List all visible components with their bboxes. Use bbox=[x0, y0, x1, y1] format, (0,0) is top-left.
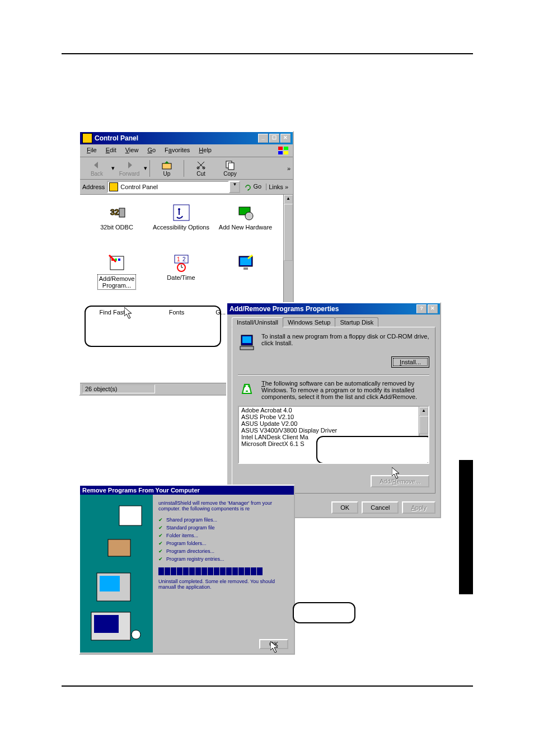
address-value: Control Panel bbox=[120, 184, 158, 190]
menu-go[interactable]: Go bbox=[143, 145, 160, 156]
remove-text: The following software can be automatica… bbox=[261, 380, 429, 400]
install-button[interactable]: Install... bbox=[391, 356, 429, 368]
cp-item-datetime[interactable]: 12 Date/Time bbox=[149, 250, 213, 300]
list-item[interactable]: ASUS Probe V2.10 bbox=[239, 414, 428, 420]
unin-item: Program folders... bbox=[158, 539, 288, 547]
cp-item-partial[interactable]: G... bbox=[209, 309, 226, 359]
titlebar[interactable]: Control Panel _ ☐ ✕ bbox=[80, 132, 293, 144]
address-field[interactable]: Control Panel bbox=[107, 181, 229, 193]
cp-item-add-hardware[interactable]: Add New Hardware bbox=[213, 199, 278, 250]
unin-item: Folder items... bbox=[158, 532, 288, 539]
up-button[interactable]: Up bbox=[152, 158, 181, 178]
window-title: Control Panel bbox=[95, 134, 257, 142]
cut-label: Cut bbox=[196, 171, 205, 177]
menu-favorites[interactable]: Favorites bbox=[160, 145, 194, 156]
svg-text:1: 1 bbox=[177, 256, 180, 262]
cp-item-add-remove-programs[interactable]: Add/RemoveProgram... bbox=[85, 250, 149, 300]
cp-item-fonts[interactable]: Fonts bbox=[144, 309, 209, 359]
close-button[interactable]: ✕ bbox=[280, 134, 291, 143]
forward-icon bbox=[124, 159, 135, 171]
annotation-hole-2 bbox=[316, 436, 429, 464]
tab-content: To install a new program from a floppy d… bbox=[232, 327, 435, 494]
cp-item-odbc[interactable]: 32 32bit ODBC bbox=[85, 199, 149, 250]
progress-bar bbox=[158, 567, 288, 575]
toolbar-separator bbox=[149, 160, 150, 177]
list-item[interactable]: ASUS Update V2.00 bbox=[239, 420, 428, 427]
uninstall-dialog: Remove Programs From Your Computer unIns… bbox=[79, 485, 295, 655]
install-text: To install a new program from a floppy d… bbox=[261, 333, 429, 351]
svg-rect-1 bbox=[284, 147, 288, 150]
unin-item: Program directories... bbox=[158, 547, 288, 555]
ok-button[interactable]: OK bbox=[331, 501, 358, 514]
unin-item: Shared program files... bbox=[158, 516, 288, 524]
list-item[interactable]: ASUS V3400/V3800 Display Driver bbox=[239, 427, 428, 434]
scroll-up-button[interactable]: ▲ bbox=[284, 195, 293, 204]
go-icon bbox=[245, 184, 251, 191]
black-tab-marker bbox=[459, 460, 473, 594]
copy-icon bbox=[224, 159, 236, 171]
menu-view[interactable]: View bbox=[121, 145, 143, 156]
svg-rect-27 bbox=[242, 336, 251, 343]
menu-help[interactable]: Help bbox=[194, 145, 216, 156]
programs-listbox[interactable]: Adobe Acrobat 4.0 ASUS Probe V2.10 ASUS … bbox=[238, 406, 429, 464]
scroll-thumb[interactable] bbox=[284, 204, 293, 261]
menubar: File Edit View Go Favorites Help bbox=[80, 144, 293, 157]
recycle-icon bbox=[238, 380, 256, 398]
odbc-icon: 32 bbox=[108, 204, 126, 222]
uninstall-graphic bbox=[80, 495, 153, 652]
scissors-icon bbox=[195, 159, 207, 171]
menu-file[interactable]: File bbox=[82, 145, 101, 156]
svg-rect-24 bbox=[240, 257, 251, 265]
maximize-button[interactable]: ☐ bbox=[269, 134, 279, 143]
go-button[interactable]: Go bbox=[242, 183, 264, 190]
help-button[interactable]: ? bbox=[416, 304, 427, 313]
hardware-icon bbox=[237, 204, 255, 222]
unin-item: Standard program file bbox=[158, 524, 288, 532]
list-item[interactable]: Adobe Acrobat 4.0 bbox=[239, 407, 428, 414]
forward-label: Forward bbox=[119, 171, 140, 177]
links-button[interactable]: Links » bbox=[266, 184, 291, 190]
forward-button[interactable]: Forward bbox=[115, 158, 144, 178]
tab-startup-disk[interactable]: Startup Disk bbox=[335, 317, 378, 327]
unin-titlebar[interactable]: Remove Programs From Your Computer bbox=[80, 486, 294, 495]
scroll-thumb[interactable] bbox=[419, 416, 428, 434]
tab-install[interactable]: Install/Uninstall bbox=[232, 317, 283, 327]
toolbar-separator bbox=[184, 160, 184, 177]
svg-rect-2 bbox=[278, 151, 283, 154]
cut-button[interactable]: Cut bbox=[186, 158, 216, 178]
svg-rect-3 bbox=[284, 151, 288, 154]
cp-item-display[interactable] bbox=[213, 250, 278, 300]
tab-strip: Install/Uninstall Windows Setup Startup … bbox=[227, 315, 440, 327]
folder-icon bbox=[109, 182, 118, 191]
arp-titlebar[interactable]: Add/Remove Programs Properties ? ✕ bbox=[227, 303, 440, 314]
minimize-button[interactable]: _ bbox=[258, 134, 268, 143]
close-button[interactable]: ✕ bbox=[428, 304, 438, 313]
scroll-up-button[interactable]: ▲ bbox=[419, 407, 428, 416]
svg-rect-0 bbox=[278, 147, 283, 150]
address-bar: Address Control Panel ▼ Go Links » bbox=[80, 180, 293, 195]
back-label: Back bbox=[91, 171, 103, 177]
toolbar-more[interactable]: » bbox=[287, 165, 291, 172]
address-dropdown[interactable]: ▼ bbox=[229, 181, 240, 193]
svg-point-12 bbox=[178, 208, 180, 210]
svg-text:2: 2 bbox=[182, 256, 186, 262]
unin-item: Program registry entries... bbox=[158, 555, 288, 563]
menu-edit[interactable]: Edit bbox=[101, 145, 121, 156]
uninstall-complete-text: Uninstall completed. Some ele removed. Y… bbox=[158, 579, 288, 590]
control-panel-icon bbox=[82, 133, 92, 143]
svg-rect-4 bbox=[162, 163, 171, 169]
svg-rect-33 bbox=[100, 576, 120, 591]
apply-button[interactable]: Apply bbox=[402, 501, 435, 514]
back-button[interactable]: Back bbox=[82, 158, 111, 178]
install-icon bbox=[238, 333, 256, 351]
dropdown-icon[interactable]: ▾ bbox=[144, 165, 147, 172]
cp-item-accessibility[interactable]: Accessibility Options bbox=[149, 199, 213, 250]
datetime-icon: 12 bbox=[172, 254, 190, 272]
window-controls: _ ☐ ✕ bbox=[257, 134, 291, 143]
copy-label: Copy bbox=[223, 171, 236, 177]
tab-windows-setup[interactable]: Windows Setup bbox=[283, 317, 335, 327]
cancel-button[interactable]: Cancel bbox=[362, 501, 399, 514]
copy-button[interactable]: Copy bbox=[216, 158, 245, 178]
windows-logo-icon bbox=[277, 145, 291, 156]
uninstall-description: unInstallShield will remove the 'Manager… bbox=[158, 500, 288, 511]
